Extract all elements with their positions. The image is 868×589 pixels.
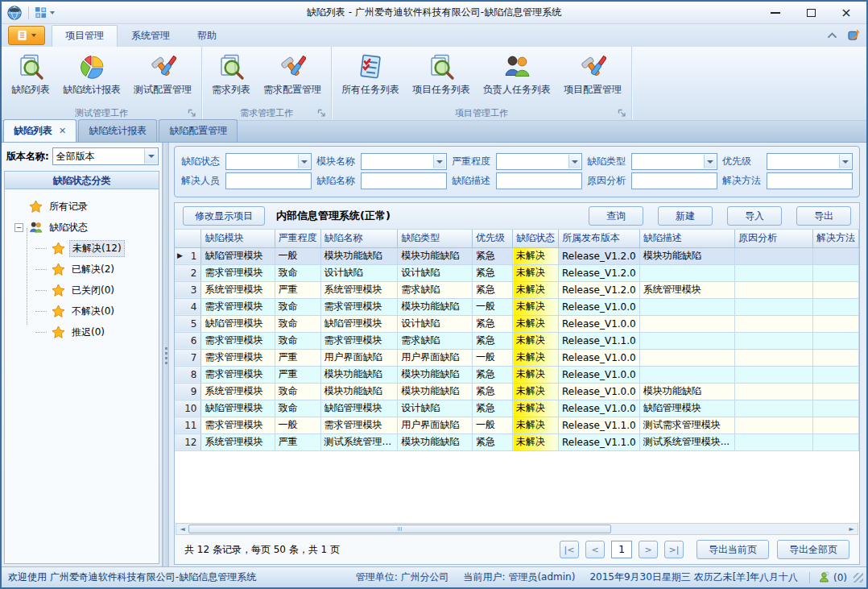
table-row[interactable]: 5缺陷管理模块致命缺陷管理模块设计缺陷紧急未解决Release_V1.0.0 xyxy=(175,315,859,332)
prev-page-button[interactable]: < xyxy=(585,541,605,558)
column-header-0[interactable]: 缺陷模块 xyxy=(201,230,275,247)
filter-text-input[interactable] xyxy=(632,173,717,189)
column-header-8[interactable]: 原因分析 xyxy=(734,230,812,247)
column-header-5[interactable]: 缺陷状态 xyxy=(513,230,559,247)
column-header-9[interactable]: 解决方法 xyxy=(812,230,858,247)
row-selector[interactable]: 10 xyxy=(175,400,201,417)
ribbon-button[interactable]: 需求配置管理 xyxy=(257,49,328,99)
column-header-6[interactable]: 所属发布版本 xyxy=(559,230,640,247)
row-selector[interactable]: 11 xyxy=(175,417,201,433)
last-page-button[interactable]: >| xyxy=(664,541,684,558)
ribbon-button[interactable]: 需求列表 xyxy=(205,49,257,99)
page-number-input[interactable] xyxy=(611,541,632,558)
filter-row1-combo-0[interactable] xyxy=(225,153,312,170)
sidebar-splitter[interactable] xyxy=(163,143,169,566)
table-row[interactable]: 8需求管理模块严重模块功能缺陷模块功能缺陷紧急未解决Release_V1.0.0 xyxy=(175,366,859,383)
filter-row1-combo-4[interactable] xyxy=(767,153,853,170)
online-user-icon[interactable] xyxy=(818,571,830,583)
row-selector[interactable]: 4 xyxy=(175,298,201,315)
table-row[interactable]: 4需求管理模块致命需求管理模块模块功能缺陷一般未解决Release_V1.0.0 xyxy=(175,298,859,315)
column-header-4[interactable]: 优先级 xyxy=(472,230,512,247)
ribbon-tab-2[interactable]: 帮助 xyxy=(184,25,230,47)
row-selector[interactable]: 12 xyxy=(175,433,201,450)
toolbar-action-1[interactable]: 新建 xyxy=(658,206,713,226)
ribbon-button[interactable]: 缺陷统计报表 xyxy=(56,49,127,99)
filter-text-input[interactable] xyxy=(767,173,852,189)
tree-item-6[interactable]: 推迟(0) xyxy=(13,321,157,342)
version-combobox[interactable]: 全部版本 xyxy=(52,147,159,165)
table-row[interactable]: 10缺陷管理模块致命缺陷管理模块设计缺陷紧急未解决Release_V1.0.0缺… xyxy=(175,400,859,417)
maximize-button[interactable] xyxy=(804,6,818,20)
scroll-left-icon[interactable]: ◄ xyxy=(176,524,188,534)
modify-display-items-button[interactable]: 修改显示项目 xyxy=(183,206,265,226)
row-selector-header[interactable] xyxy=(175,230,201,247)
filter-text-input[interactable] xyxy=(362,173,446,189)
ribbon-button[interactable]: 项目任务列表 xyxy=(406,49,477,99)
toolbar-action-3[interactable]: 导出 xyxy=(796,206,851,226)
column-header-7[interactable]: 缺陷描述 xyxy=(639,230,734,247)
quick-access-button[interactable] xyxy=(35,6,55,19)
tree-item-2[interactable]: 未解决(12) xyxy=(13,238,157,259)
combo-arrow-button[interactable] xyxy=(144,149,157,164)
filter-row1-combo-1[interactable] xyxy=(361,153,447,170)
tree-item-4[interactable]: 已关闭(0) xyxy=(13,280,157,301)
ribbon-tab-0[interactable]: 项目管理 xyxy=(52,25,118,47)
tree-item-3[interactable]: 已解决(2) xyxy=(13,259,157,280)
document-tab-2[interactable]: 缺陷配置管理 xyxy=(159,119,238,142)
tree-item-1[interactable]: −缺陷状态 xyxy=(13,217,157,238)
row-selector[interactable]: 3 xyxy=(175,281,201,298)
ribbon-tab-1[interactable]: 系统管理 xyxy=(118,25,184,47)
first-page-button[interactable]: |< xyxy=(560,541,579,558)
scrollbar-thumb[interactable] xyxy=(188,525,611,533)
toolbar-action-2[interactable]: 导入 xyxy=(727,206,782,226)
tab-close-icon[interactable]: ✕ xyxy=(59,126,66,136)
column-header-1[interactable]: 严重程度 xyxy=(275,230,320,247)
row-selector[interactable]: 9 xyxy=(175,383,201,400)
table-row[interactable]: ▶1缺陷管理模块一般模块功能缺陷模块功能缺陷紧急未解决Release_V1.2.… xyxy=(175,247,859,264)
export-button-0[interactable]: 导出当前页 xyxy=(696,540,769,559)
row-selector[interactable]: 5 xyxy=(175,315,201,332)
dialog-launcher-button[interactable] xyxy=(188,109,196,118)
dialog-launcher-button[interactable] xyxy=(618,109,626,118)
toolbar-action-0[interactable]: 查询 xyxy=(589,206,643,226)
table-row[interactable]: 7需求管理模块严重用户界面缺陷用户界面缺陷一般未解决Release_V1.0.0 xyxy=(175,349,859,366)
next-page-button[interactable]: > xyxy=(639,541,658,558)
scroll-right-icon[interactable]: ► xyxy=(845,524,858,534)
application-menu-button[interactable] xyxy=(8,26,45,45)
table-row[interactable]: 3系统管理模块严重系统管理模块需求缺陷紧急未解决Release_V1.2.0系统… xyxy=(175,281,859,298)
resize-grip[interactable] xyxy=(854,573,863,583)
ribbon-button[interactable]: 负责人任务列表 xyxy=(477,49,557,99)
ribbon-button[interactable]: 测试配置管理 xyxy=(127,49,198,99)
table-row[interactable]: 9系统管理模块致命模块功能缺陷模块功能缺陷紧急未解决Release_V1.0.0… xyxy=(175,383,859,400)
export-button-1[interactable]: 导出全部页 xyxy=(777,540,849,559)
column-header-2[interactable]: 缺陷名称 xyxy=(320,230,398,247)
row-selector[interactable]: 2 xyxy=(175,264,201,281)
close-button[interactable]: × xyxy=(839,6,854,20)
filter-row1-combo-3[interactable] xyxy=(631,153,717,170)
row-selector[interactable]: 8 xyxy=(175,366,201,383)
minimize-button[interactable] xyxy=(768,6,783,20)
collapse-ribbon-button[interactable] xyxy=(826,29,838,41)
tree-item-5[interactable]: 不解决(0) xyxy=(13,301,157,321)
style-switcher-icon[interactable] xyxy=(848,29,860,41)
ribbon-button[interactable]: 所有任务列表 xyxy=(335,49,406,99)
document-tab-1[interactable]: 缺陷统计报表 xyxy=(78,119,157,142)
filter-text-input[interactable] xyxy=(497,173,581,189)
row-selector[interactable]: ▶1 xyxy=(175,247,201,264)
filter-row1-combo-2[interactable] xyxy=(496,153,582,170)
column-header-3[interactable]: 缺陷类型 xyxy=(398,230,473,247)
filter-text-input[interactable] xyxy=(226,173,311,189)
table-row[interactable]: 6需求管理模块致命需求管理模块需求缺陷紧急未解决Release_V1.1.0 xyxy=(175,332,859,349)
ribbon-button[interactable]: 缺陷列表 xyxy=(5,49,56,99)
table-row[interactable]: 2需求管理模块致命设计缺陷设计缺陷紧急未解决Release_V1.2.0 xyxy=(175,264,859,281)
horizontal-scrollbar[interactable]: ◄ ► xyxy=(176,523,858,535)
row-selector[interactable]: 7 xyxy=(175,349,201,366)
table-row[interactable]: 11需求管理模块一般需求管理模块用户界面缺陷一般未解决Release_V1.1.… xyxy=(175,417,859,433)
tree-item-0[interactable]: 所有记录 xyxy=(13,196,157,217)
collapse-node-icon[interactable]: − xyxy=(14,223,23,232)
dialog-launcher-button[interactable] xyxy=(317,109,326,118)
document-tab-0[interactable]: 缺陷列表✕ xyxy=(3,119,76,142)
table-row[interactable]: 12系统管理模块严重测试系统管理...模块功能缺陷紧急未解决Release_V1… xyxy=(175,433,859,450)
ribbon-button[interactable]: 项目配置管理 xyxy=(557,49,628,99)
row-selector[interactable]: 6 xyxy=(175,332,201,349)
